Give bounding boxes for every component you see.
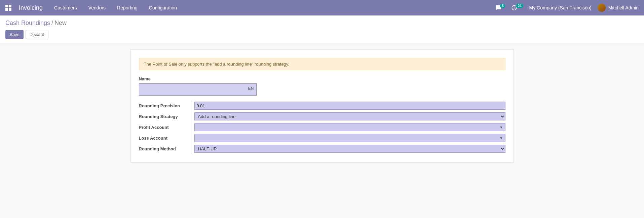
- control-panel: Cash Roundings/New Save Discard: [0, 15, 644, 43]
- save-button[interactable]: Save: [5, 30, 24, 39]
- cp-buttons: Save Discard: [5, 30, 639, 39]
- strategy-select[interactable]: Add a rounding line: [194, 112, 505, 120]
- caret-down-icon: ▼: [500, 125, 503, 129]
- discard-button[interactable]: Discard: [26, 30, 48, 39]
- lang-tag[interactable]: EN: [248, 86, 254, 91]
- nav-reporting[interactable]: Reporting: [117, 5, 138, 10]
- alert-warning: The Point of Sale only supports the "add…: [139, 58, 505, 70]
- app-title[interactable]: Invoicing: [19, 4, 43, 11]
- loss-label: Loss Account: [139, 136, 191, 141]
- nav-left: Invoicing Customers Vendors Reporting Co…: [5, 4, 177, 11]
- name-input[interactable]: [139, 83, 257, 96]
- messages-badge: 5: [500, 4, 505, 8]
- precision-label: Rounding Precision: [139, 103, 191, 108]
- method-label: Rounding Method: [139, 146, 191, 151]
- user-name: Mitchell Admin: [608, 5, 639, 10]
- activities-icon[interactable]: 24: [511, 5, 523, 11]
- name-label: Name: [139, 76, 505, 81]
- nav-right: 5 24 My Company (San Francisco) Mitchell…: [495, 4, 639, 12]
- user-menu[interactable]: Mitchell Admin: [598, 4, 639, 12]
- navbar: Invoicing Customers Vendors Reporting Co…: [0, 0, 644, 15]
- messages-icon[interactable]: 5: [495, 5, 505, 11]
- nav-vendors[interactable]: Vendors: [88, 5, 106, 10]
- content: The Point of Sale only supports the "add…: [0, 43, 644, 169]
- breadcrumb: Cash Roundings/New: [5, 20, 639, 27]
- nav-customers[interactable]: Customers: [54, 5, 77, 10]
- apps-icon[interactable]: [5, 5, 11, 11]
- company-selector[interactable]: My Company (San Francisco): [529, 5, 592, 10]
- breadcrumb-current: New: [54, 20, 67, 26]
- method-select[interactable]: HALF-UP: [194, 145, 505, 153]
- profit-label: Profit Account: [139, 125, 191, 130]
- profit-account-input[interactable]: ▼: [194, 123, 505, 131]
- form-table: Rounding Precision Rounding Strategy Add…: [139, 100, 505, 154]
- form-sheet: The Point of Sale only supports the "add…: [130, 49, 514, 162]
- name-field: Name EN: [139, 76, 505, 96]
- nav-configuration[interactable]: Configuration: [149, 5, 177, 10]
- loss-account-input[interactable]: ▼: [194, 134, 505, 142]
- activities-badge: 24: [516, 4, 523, 8]
- avatar-icon: [598, 4, 606, 12]
- precision-input[interactable]: [194, 102, 505, 110]
- breadcrumb-parent[interactable]: Cash Roundings: [5, 20, 50, 26]
- strategy-label: Rounding Strategy: [139, 114, 191, 119]
- caret-down-icon: ▼: [500, 136, 503, 140]
- nav-menu: Customers Vendors Reporting Configuratio…: [54, 5, 177, 10]
